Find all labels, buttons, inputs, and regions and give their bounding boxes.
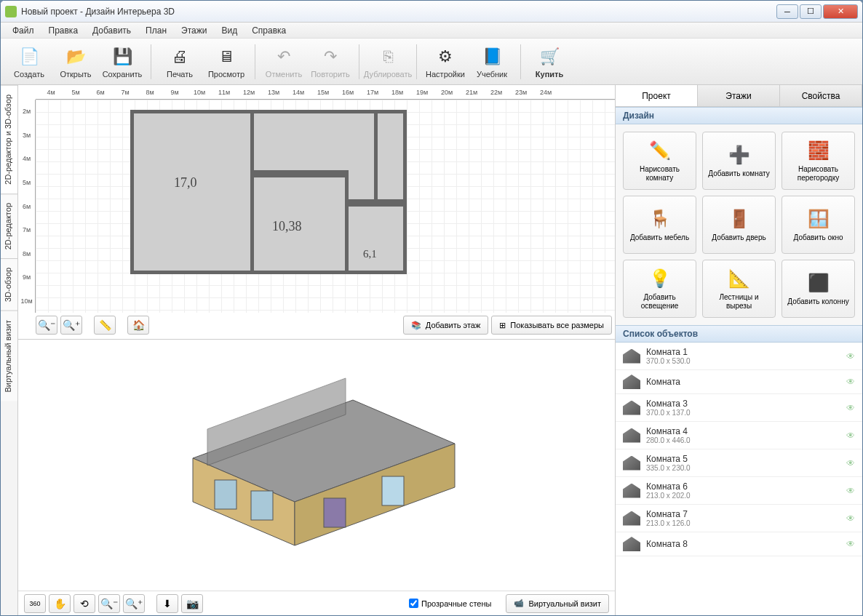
toolbar-label: Печать xyxy=(167,70,193,79)
design-label: Лестницы и вырезы xyxy=(706,293,772,311)
virtual-visit-button[interactable]: 📹Виртуальный визит xyxy=(506,594,609,613)
room-icon xyxy=(623,375,640,389)
view-2d-toolbar: 🔍⁻ 🔍⁺ 📏 🏠 📚Добавить этаж ⊞Показывать все… xyxy=(36,314,612,336)
obj-name: Комната 5 xyxy=(646,454,840,464)
menu-2[interactable]: Добавить xyxy=(87,24,137,37)
menu-5[interactable]: Вид xyxy=(215,24,243,37)
room-label-2: 10,38 xyxy=(272,219,302,234)
zoom-in-3d-button[interactable]: 🔍⁺ xyxy=(123,594,145,613)
measure-button[interactable]: 📏 xyxy=(94,316,116,335)
right-tab-0[interactable]: Проект xyxy=(616,85,698,106)
room-1[interactable] xyxy=(130,110,254,274)
design-btn-1[interactable]: ➕Добавить комнату xyxy=(702,132,776,190)
visibility-icon[interactable]: 👁 xyxy=(846,403,855,413)
room-icon xyxy=(623,456,640,471)
room-4[interactable] xyxy=(349,110,378,203)
toolbar-icon: ↶ xyxy=(272,45,295,68)
toolbar-label: Открыть xyxy=(60,70,91,79)
obj-name: Комната 7 xyxy=(646,509,840,519)
toolbar-Просмотр[interactable]: 🖥Просмотр xyxy=(204,41,249,82)
export-button[interactable]: ⬇ xyxy=(156,594,178,613)
room-5[interactable] xyxy=(378,110,407,203)
list-item[interactable]: Комната 1370.0 x 530.0👁 xyxy=(616,343,862,370)
obj-name: Комната 3 xyxy=(646,399,840,409)
dimensions-icon: ⊞ xyxy=(499,321,506,330)
view-2d: 4м5м6м7м8м9м10м11м12м13м14м15м16м17м18м1… xyxy=(18,85,615,340)
visibility-icon[interactable]: 👁 xyxy=(846,458,855,468)
floorplan[interactable]: 17,0 10,38 6,1 xyxy=(130,110,407,277)
visibility-icon[interactable]: 👁 xyxy=(846,431,855,441)
left-tab-3[interactable]: Виртуальный визит xyxy=(1,311,17,401)
transparent-walls-checkbox[interactable]: Прозрачные стены xyxy=(409,599,491,608)
obj-name: Комната 8 xyxy=(646,539,840,549)
design-btn-6[interactable]: 💡Добавить освещение xyxy=(623,260,696,318)
canvas-3d[interactable] xyxy=(18,340,615,591)
list-item[interactable]: Комната 7213.0 x 126.0👁 xyxy=(616,505,862,532)
object-list: Комната 1370.0 x 530.0👁Комната👁Комната 3… xyxy=(616,343,862,615)
visibility-icon[interactable]: 👁 xyxy=(846,486,855,496)
menu-0[interactable]: Файл xyxy=(7,24,40,37)
design-btn-5[interactable]: 🪟Добавить окно xyxy=(782,196,855,254)
left-tab-1[interactable]: 2D-редактор xyxy=(1,193,17,258)
design-label: Добавить колонну xyxy=(787,297,848,306)
list-item[interactable]: Комната 8👁 xyxy=(616,532,862,556)
right-tab-2[interactable]: Свойства xyxy=(780,85,862,106)
rotate-button[interactable]: ⟲ xyxy=(73,594,95,613)
minimize-button[interactable]: ─ xyxy=(776,4,798,19)
toolbar-Создать[interactable]: 📄Создать xyxy=(7,41,52,82)
add-floor-button[interactable]: 📚Добавить этаж xyxy=(403,316,488,335)
toolbar-icon: 📄 xyxy=(17,45,41,68)
toolbar-Настройки[interactable]: ⚙Настройки xyxy=(423,41,468,82)
design-icon: 🚪 xyxy=(728,207,751,231)
toolbar-label: Дублировать xyxy=(364,70,412,79)
toolbar-label: Просмотр xyxy=(208,70,244,79)
menu-1[interactable]: Правка xyxy=(43,24,84,37)
room-icon xyxy=(623,428,640,443)
toolbar-Открыть[interactable]: 📂Открыть xyxy=(53,41,98,82)
close-button[interactable]: ✕ xyxy=(823,4,858,19)
design-btn-2[interactable]: 🧱Нарисовать перегородку xyxy=(782,132,855,190)
obj-dim: 370.0 x 530.0 xyxy=(646,357,840,365)
toolbar-Сохранить[interactable]: 💾Сохранить xyxy=(100,41,145,82)
list-item[interactable]: Комната 4280.0 x 446.0👁 xyxy=(616,422,862,449)
list-item[interactable]: Комната 6213.0 x 202.0👁 xyxy=(616,477,862,505)
design-btn-0[interactable]: ✏️Нарисовать комнату xyxy=(623,132,696,190)
house-3d-model[interactable] xyxy=(164,371,469,560)
toolbar-Учебник[interactable]: 📘Учебник xyxy=(469,41,514,82)
design-btn-8[interactable]: ⬛Добавить колонну xyxy=(782,260,855,318)
canvas-2d[interactable]: 17,0 10,38 6,1 xyxy=(36,100,615,313)
obj-name: Комната 1 xyxy=(646,347,840,357)
toolbar-Купить[interactable]: 🛒Купить xyxy=(527,41,572,82)
list-item[interactable]: Комната 5335.0 x 230.0👁 xyxy=(616,449,862,477)
design-label: Добавить мебель xyxy=(630,233,689,242)
design-btn-7[interactable]: 📐Лестницы и вырезы xyxy=(702,260,776,318)
right-tab-1[interactable]: Этажи xyxy=(698,85,780,106)
visibility-icon[interactable]: 👁 xyxy=(846,377,855,387)
menu-6[interactable]: Справка xyxy=(246,24,292,37)
zoom-out-button[interactable]: 🔍⁻ xyxy=(36,316,57,335)
svg-rect-5 xyxy=(251,491,273,520)
list-item[interactable]: Комната 3370.0 x 137.0👁 xyxy=(616,394,862,422)
zoom-in-button[interactable]: 🔍⁺ xyxy=(60,316,82,335)
room-icon xyxy=(623,349,640,364)
room-3[interactable] xyxy=(349,203,407,274)
design-btn-3[interactable]: 🪑Добавить мебель xyxy=(623,196,696,254)
visibility-icon[interactable]: 👁 xyxy=(846,351,855,361)
zoom-out-3d-button[interactable]: 🔍⁻ xyxy=(98,594,120,613)
visibility-icon[interactable]: 👁 xyxy=(846,539,855,549)
toolbar: 📄Создать📂Открыть💾Сохранить🖨Печать🖥Просмо… xyxy=(1,39,862,85)
toolbar-Печать[interactable]: 🖨Печать xyxy=(157,41,202,82)
visibility-icon[interactable]: 👁 xyxy=(846,513,855,524)
menu-4[interactable]: Этажи xyxy=(175,24,212,37)
show-dimensions-button[interactable]: ⊞Показывать все размеры xyxy=(491,316,612,335)
pan-button[interactable]: ✋ xyxy=(49,594,71,613)
snapshot-button[interactable]: 📷 xyxy=(181,594,203,613)
home-button[interactable]: 🏠 xyxy=(127,316,149,335)
left-tab-2[interactable]: 3D-обзор xyxy=(1,258,17,311)
list-item[interactable]: Комната👁 xyxy=(616,370,862,394)
design-btn-4[interactable]: 🚪Добавить дверь xyxy=(702,196,776,254)
left-tab-0[interactable]: 2D-редактор и 3D-обзор xyxy=(1,85,17,193)
menu-3[interactable]: План xyxy=(140,24,172,37)
maximize-button[interactable]: ☐ xyxy=(800,4,822,19)
rotate-360-button[interactable]: 360 xyxy=(24,594,46,613)
